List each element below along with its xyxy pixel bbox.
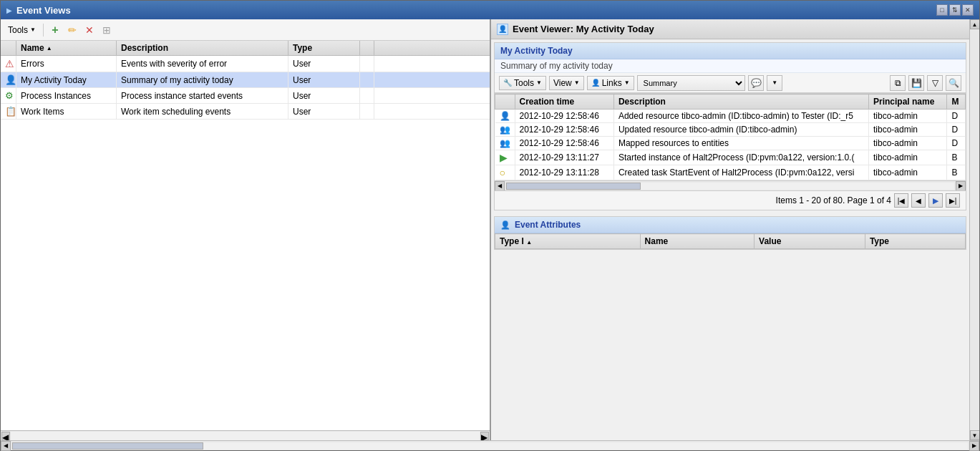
table-row[interactable]: 📋 Work Items Work item scheduling events… (1, 104, 490, 120)
event-m: B (947, 150, 966, 165)
table-header: Name ▲ Description Type (1, 41, 490, 56)
left-bottom-scrollbar[interactable]: ◀ ▶ (1, 430, 490, 440)
hscroll-right-btn[interactable]: ▶ (956, 181, 966, 191)
row-desc-cell: Events with severity of error (117, 56, 288, 72)
event-icon-cell: 👥 (495, 137, 515, 150)
message-button[interactable]: 💬 (748, 75, 764, 91)
event-icon-cell: 👤 (495, 110, 515, 123)
scroll-right-btn[interactable]: ▶ (480, 432, 489, 440)
search-button[interactable]: 🔍 (946, 75, 961, 91)
event-time: 2012-10-29 12:58:46 (515, 110, 613, 123)
th-creation-time[interactable]: Creation time (515, 94, 613, 110)
event-row[interactable]: ▶ 2012-10-29 13:11:27 Started instance o… (495, 150, 966, 165)
prev-page-button[interactable]: ◀ (911, 193, 926, 208)
event-table: Creation time Description Principal name… (495, 94, 966, 180)
tools-menu[interactable]: Tools ▼ (5, 24, 39, 37)
event-row[interactable]: ○ 2012-10-29 13:11:28 Created task Start… (495, 165, 966, 180)
row-name-cell: Process Instances (16, 88, 117, 103)
pagination-text: Items 1 - 20 of 80. Page 1 of 4 (776, 195, 891, 205)
activity-icon: 👤 (5, 74, 16, 85)
event-desc: Created task StartEvent of Halt2Process … (613, 165, 868, 180)
th-m[interactable]: M (947, 94, 966, 110)
event-desc: Added resource tibco-admin (ID:tibco-adm… (613, 110, 868, 123)
attr-th-typei[interactable]: Type I ▲ (495, 234, 641, 249)
view-arrow: ▼ (574, 79, 580, 86)
clone-button[interactable]: ⊞ (100, 23, 114, 37)
col-name[interactable]: Name ▲ (16, 41, 117, 55)
viewer-tools-button[interactable]: 🔧 Tools ▼ (499, 76, 546, 90)
col-scroll (360, 41, 374, 55)
viewer-view-button[interactable]: View ▼ (549, 76, 584, 90)
th-description[interactable]: Description (613, 94, 868, 110)
event-m: D (947, 137, 966, 150)
event-principal: tibco-admin (868, 137, 946, 150)
row-type: User (293, 91, 311, 101)
main-bottom-scrollbar[interactable]: ◀ ▶ (1, 440, 979, 450)
row-type-cell: User (288, 104, 360, 119)
first-page-button[interactable]: |◀ (894, 193, 908, 208)
attr-table: Type I ▲ Name Value Type (495, 233, 966, 249)
viewer-toolbar: 🔧 Tools ▼ View ▼ 👤 Links ▼ Summary (495, 73, 966, 93)
col-icon (1, 41, 16, 55)
attr-th-value[interactable]: Value (755, 234, 865, 249)
event-time: 2012-10-29 13:11:28 (515, 165, 613, 180)
col-desc-label: Description (121, 43, 168, 53)
delete-button[interactable]: ✕ (82, 23, 97, 37)
th-icon[interactable] (495, 94, 515, 110)
col-type[interactable]: Type (288, 41, 360, 55)
row-icon-cell: ⚙ (1, 88, 16, 103)
table-body: ⚠ Errors Events with severity of error U… (1, 56, 490, 120)
th-principal[interactable]: Principal name (868, 94, 946, 110)
main-scroll-track (12, 442, 968, 450)
next-page-button[interactable]: ▶ (928, 193, 943, 208)
scroll-up-btn[interactable]: ▲ (970, 19, 980, 29)
scroll-left-btn[interactable]: ◀ (1, 432, 10, 440)
attr-title: Event Attributes (515, 220, 581, 230)
title-bar-controls[interactable]: □ ⇅ ✕ (936, 4, 974, 16)
copy-button[interactable]: ⧉ (890, 75, 906, 91)
window-title: Event Views (16, 5, 71, 16)
row-icon-cell: ⚠ (1, 56, 16, 72)
section-subtitle: Summary of my activity today (495, 59, 966, 73)
tools-label: Tools (514, 78, 534, 88)
circle-yellow-icon: ○ (500, 167, 505, 178)
event-table-hscrollbar[interactable]: ◀ ▶ (495, 180, 966, 190)
row-type-cell: User (288, 88, 360, 103)
table-row[interactable]: ⚙ Process Instances Process instance sta… (1, 88, 490, 104)
edit-button[interactable]: ✏ (65, 23, 79, 37)
viewer-icon: 👤 (497, 24, 508, 35)
hscroll-left-btn[interactable]: ◀ (495, 181, 505, 191)
table-row[interactable]: ⚠ Errors Events with severity of error U… (1, 56, 490, 72)
process-icon: ⚙ (5, 90, 14, 101)
left-panel: Tools ▼ + ✏ ✕ ⊞ Name ▲ Descri (1, 19, 491, 440)
summary-select[interactable]: Summary Detail (637, 75, 746, 91)
row-type: User (293, 59, 311, 69)
event-attributes-panel: 👤 Event Attributes Type I ▲ Name Value T… (494, 216, 966, 250)
attr-th-type[interactable]: Type (865, 234, 965, 249)
message-arrow-button[interactable]: ▼ (767, 75, 782, 91)
row-name: Work Items (21, 107, 64, 117)
col-description[interactable]: Description (117, 41, 288, 55)
restore-button[interactable]: ⇅ (949, 4, 961, 16)
add-button[interactable]: + (48, 23, 62, 37)
event-row[interactable]: 👥 2012-10-29 12:58:46 Mapped resources t… (495, 137, 966, 150)
section-header: My Activity Today (495, 43, 966, 59)
right-scrollbar[interactable]: ▲ ▼ (969, 19, 979, 440)
attr-th-name[interactable]: Name (640, 234, 754, 249)
filter-button[interactable]: ▽ (927, 75, 943, 91)
row-desc: Events with severity of error (121, 59, 227, 69)
subtitle-text: Summary of my activity today (500, 61, 613, 71)
viewer-links-button[interactable]: 👤 Links ▼ (587, 76, 634, 90)
scroll-down-btn[interactable]: ▼ (970, 430, 980, 440)
close-button[interactable]: ✕ (962, 4, 974, 16)
save-button[interactable]: 💾 (908, 75, 924, 91)
main-scroll-left-btn[interactable]: ◀ (1, 441, 11, 451)
main-scroll-right-btn[interactable]: ▶ (969, 441, 979, 451)
event-row[interactable]: 👥 2012-10-29 12:58:46 Updated resource t… (495, 123, 966, 137)
table-row[interactable]: 👤 My Activity Today Summary of my activi… (1, 72, 490, 88)
event-row[interactable]: 👤 2012-10-29 12:58:46 Added resource tib… (495, 110, 966, 123)
hscroll-thumb (506, 183, 641, 190)
viewer-title-bar: 👤 Event Viewer: My Activity Today (491, 19, 969, 39)
last-page-button[interactable]: ▶| (946, 193, 960, 208)
minimize-button[interactable]: □ (936, 4, 948, 16)
